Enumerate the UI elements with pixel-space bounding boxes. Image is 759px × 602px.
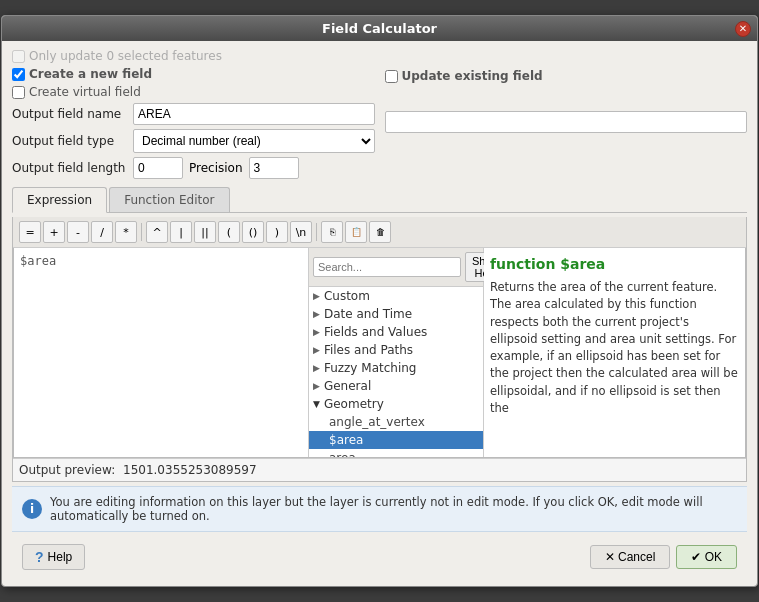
field-calculator-dialog: Field Calculator ✕ Only update 0 selecte… [1, 15, 758, 587]
output-preview-value: 1501.0355253089597 [123, 463, 257, 477]
close-button[interactable]: ✕ [735, 21, 751, 37]
category-custom[interactable]: ▶ Custom [309, 287, 483, 305]
close-paren-button[interactable]: ) [266, 221, 288, 243]
search-row: Show Help [309, 248, 483, 287]
func-area-label: area [329, 451, 356, 457]
create-virtual-field-checkbox[interactable] [12, 86, 25, 99]
dialog-body: Only update 0 selected features Create a… [2, 41, 757, 586]
newline-button[interactable]: \n [290, 221, 312, 243]
only-update-row: Only update 0 selected features [12, 49, 747, 63]
three-panel-area: $area Show Help ▶ Custom ▶ [13, 248, 746, 458]
output-field-length-label: Output field length [12, 161, 127, 175]
func-sarea-label: $area [329, 433, 363, 447]
paste-button[interactable]: 📋 [345, 221, 367, 243]
output-preview-label: Output preview: [19, 463, 115, 477]
category-geometry-label: Geometry [324, 397, 384, 411]
category-general[interactable]: ▶ General [309, 377, 483, 395]
func-sarea[interactable]: $area [309, 431, 483, 449]
dialog-title: Field Calculator [322, 21, 437, 36]
create-new-field-row: Create a new field [12, 67, 375, 81]
action-buttons: ✕ Cancel ✔ OK [590, 545, 737, 569]
category-fields-values-label: Fields and Values [324, 325, 427, 339]
output-field-type-label: Output field type [12, 134, 127, 148]
update-existing-field-label: Update existing field [402, 69, 543, 83]
output-preview-bar: Output preview: 1501.0355253089597 [13, 458, 746, 481]
help-func-name: function $area [490, 254, 739, 275]
create-new-field-label: Create a new field [29, 67, 152, 81]
only-update-checkbox[interactable] [12, 50, 25, 63]
func-angle-at-vertex-label: angle_at_vertex [329, 415, 425, 429]
output-field-name-input[interactable] [133, 103, 375, 125]
cancel-button[interactable]: ✕ Cancel [590, 545, 671, 569]
caret-button[interactable]: ^ [146, 221, 168, 243]
top-section: Create a new field Create virtual field … [12, 67, 747, 179]
expression-textarea[interactable]: $area [14, 248, 308, 457]
info-icon: i [22, 499, 42, 519]
func-area[interactable]: area [309, 449, 483, 457]
clear-button[interactable]: 🗑 [369, 221, 391, 243]
output-field-length-row: Output field length Precision [12, 157, 375, 179]
left-column: Create a new field Create virtual field … [12, 67, 375, 179]
update-existing-field-row: Update existing field [385, 69, 748, 83]
expression-toolbar: = + - / * ^ | || ( () ) \n ⎘ 📋 🗑 [13, 217, 746, 248]
main-panel: = + - / * ^ | || ( () ) \n ⎘ 📋 🗑 [12, 217, 747, 482]
help-panel: function $area Returns the area of the c… [484, 248, 745, 457]
output-field-name-row: Output field name [12, 103, 375, 125]
output-field-length-input[interactable] [133, 157, 183, 179]
help-button-label: Help [48, 550, 73, 564]
category-fuzzy-matching[interactable]: ▶ Fuzzy Matching [309, 359, 483, 377]
output-field-name-label: Output field name [12, 107, 127, 121]
precision-label: Precision [189, 161, 243, 175]
category-geometry[interactable]: ▼ Geometry [309, 395, 483, 413]
equals-button[interactable]: = [19, 221, 41, 243]
cancel-label: ✕ Cancel [605, 550, 656, 564]
help-description: Returns the area of the current feature.… [490, 279, 739, 417]
plus-button[interactable]: + [43, 221, 65, 243]
arrow-custom: ▶ [313, 291, 320, 301]
expression-editor-panel: $area [14, 248, 309, 457]
toolbar-separator-2 [316, 223, 317, 241]
parens-button[interactable]: () [242, 221, 264, 243]
category-date-time-label: Date and Time [324, 307, 412, 321]
output-field-type-select[interactable]: Decimal number (real) [133, 129, 375, 153]
help-icon: ? [35, 549, 44, 565]
bottom-bar: ? Help ✕ Cancel ✔ OK [12, 536, 747, 578]
create-virtual-field-label: Create virtual field [29, 85, 141, 99]
search-input[interactable] [313, 257, 461, 277]
help-button[interactable]: ? Help [22, 544, 85, 570]
output-field-type-row: Output field type Decimal number (real) [12, 129, 375, 153]
category-general-label: General [324, 379, 371, 393]
info-message: You are editing information on this laye… [50, 495, 737, 523]
tab-expression[interactable]: Expression [12, 187, 107, 213]
function-list-panel: Show Help ▶ Custom ▶ Date and Time ▶ [309, 248, 484, 457]
arrow-date-time: ▶ [313, 309, 320, 319]
arrow-fields-values: ▶ [313, 327, 320, 337]
update-existing-field-input[interactable] [385, 111, 748, 133]
copy-button[interactable]: ⎘ [321, 221, 343, 243]
double-pipe-button[interactable]: || [194, 221, 216, 243]
tab-function-editor[interactable]: Function Editor [109, 187, 229, 212]
create-new-field-checkbox[interactable] [12, 68, 25, 81]
info-bar: i You are editing information on this la… [12, 486, 747, 532]
title-bar: Field Calculator ✕ [2, 16, 757, 41]
category-files-paths[interactable]: ▶ Files and Paths [309, 341, 483, 359]
arrow-fuzzy-matching: ▶ [313, 363, 320, 373]
precision-input[interactable] [249, 157, 299, 179]
arrow-geometry: ▼ [313, 399, 320, 409]
ok-label: ✔ OK [691, 550, 722, 564]
function-list: ▶ Custom ▶ Date and Time ▶ Fields and Va… [309, 287, 483, 457]
func-angle-at-vertex[interactable]: angle_at_vertex [309, 413, 483, 431]
ok-button[interactable]: ✔ OK [676, 545, 737, 569]
open-paren-button[interactable]: ( [218, 221, 240, 243]
pipe-button[interactable]: | [170, 221, 192, 243]
tab-bar: Expression Function Editor [12, 187, 747, 213]
toolbar-separator-1 [141, 223, 142, 241]
minus-button[interactable]: - [67, 221, 89, 243]
update-existing-field-checkbox[interactable] [385, 70, 398, 83]
divide-button[interactable]: / [91, 221, 113, 243]
multiply-button[interactable]: * [115, 221, 137, 243]
right-column: Update existing field [385, 67, 748, 179]
category-date-time[interactable]: ▶ Date and Time [309, 305, 483, 323]
category-fuzzy-matching-label: Fuzzy Matching [324, 361, 417, 375]
category-fields-values[interactable]: ▶ Fields and Values [309, 323, 483, 341]
